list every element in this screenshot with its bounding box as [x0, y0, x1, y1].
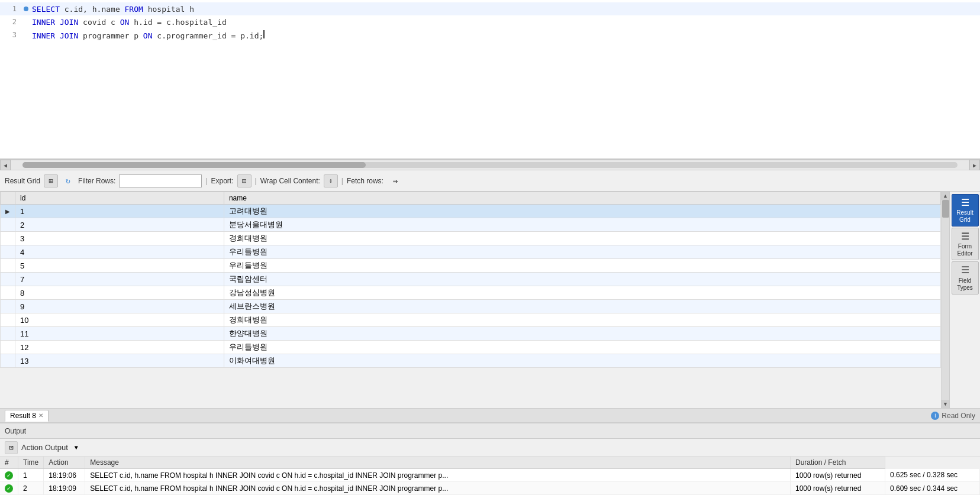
result-tab-8[interactable]: Result 8 ✕ — [5, 410, 49, 422]
row-arrow — [1, 327, 15, 341]
editor-line-1[interactable]: 1 SELECT c.id, h.name FROM hospital h — [0, 2, 980, 15]
filter-input[interactable] — [119, 174, 202, 187]
field-types-btn-label: FieldTypes — [957, 277, 973, 292]
editor-line-3[interactable]: 3 INNER JOIN programmer p ON c.programme… — [0, 28, 980, 41]
grid-body: id name ▶1고려대병원2분당서울대병원3경희대병원4우리들병원5우리들병… — [0, 192, 980, 408]
form-editor-btn-label: FormEditor — [957, 243, 972, 257]
form-editor-btn-icon: ☰ — [961, 231, 969, 242]
col-arrow — [1, 192, 15, 205]
row-arrow — [1, 300, 15, 313]
cell-id: 9 — [15, 300, 224, 313]
field-types-btn[interactable]: ☰ FieldTypes — [952, 261, 979, 294]
grid-section: Result Grid ⊞ ↻ Filter Rows: | Export: ⊡… — [0, 170, 980, 422]
cell-name: 우리들병원 — [224, 341, 940, 354]
cell-name: 세브란스병원 — [224, 300, 940, 313]
result-grid-btn-icon: ☰ — [961, 197, 969, 208]
action-icon-btn[interactable]: ⊡ — [5, 441, 18, 454]
table-hospital: hospital h — [148, 5, 194, 14]
row-arrow — [1, 218, 15, 232]
cell-name: 고려대병원 — [224, 205, 940, 218]
output-cell-action: SELECT c.id, h.name FROM hospital h INNE… — [85, 469, 791, 482]
table-row[interactable]: 11한양대병원 — [1, 327, 941, 341]
line-dot-1 — [24, 7, 28, 11]
vertical-scrollbar[interactable]: ▲ ▼ — [941, 192, 949, 408]
table-row[interactable]: 13이화여대병원 — [1, 354, 941, 368]
output-cell-message: 1000 row(s) returned — [791, 482, 885, 495]
scroll-down-arrow[interactable]: ▼ — [942, 400, 950, 408]
result-tab-bar: Result 8 ✕ i Read Only — [0, 408, 980, 422]
output-cell-num: 1 — [18, 469, 44, 482]
col-id[interactable]: id — [15, 192, 224, 205]
result-tab-label: Result 8 — [10, 412, 36, 420]
scroll-track[interactable] — [22, 162, 958, 168]
horizontal-scrollbar[interactable]: ◀ ▶ — [0, 160, 980, 170]
keyword-inner-join-1: INNER JOIN — [32, 18, 83, 27]
cell-id: 7 — [15, 273, 224, 286]
editor-line-2[interactable]: 2 INNER JOIN covid c ON h.id = c.hospita… — [0, 15, 980, 28]
cell-name: 경희대병원 — [224, 313, 940, 327]
filter-rows-label: Filter Rows: — [78, 177, 115, 185]
table-row[interactable]: 12우리들병원 — [1, 341, 941, 354]
v-scroll-track[interactable] — [942, 200, 949, 400]
scroll-left-arrow[interactable]: ◀ — [0, 160, 11, 170]
table-row[interactable]: 7국립암센터 — [1, 273, 941, 286]
fetch-rows-icon[interactable]: ⇒ — [387, 175, 404, 187]
cell-id: 4 — [15, 245, 224, 259]
read-only-label: Read Only — [942, 412, 975, 420]
table-row[interactable]: 5우리들병원 — [1, 259, 941, 273]
scroll-up-arrow[interactable]: ▲ — [942, 192, 950, 200]
output-cell-status: ✓ — [0, 482, 18, 495]
cell-id: 12 — [15, 341, 224, 354]
row-arrow: ▶ — [1, 205, 15, 218]
export-icon[interactable]: ⊡ — [237, 174, 252, 187]
editor-area: 1 SELECT c.id, h.name FROM hospital h 2 … — [0, 0, 980, 160]
output-col-action: Action — [44, 457, 85, 469]
form-editor-btn[interactable]: ☰ FormEditor — [952, 228, 979, 260]
scroll-right-arrow[interactable]: ▶ — [969, 160, 980, 170]
cell-name: 경희대병원 — [224, 232, 940, 245]
table-row[interactable]: 4우리들병원 — [1, 245, 941, 259]
cell-name: 한양대병원 — [224, 327, 940, 341]
table-row[interactable]: ▶1고려대병원 — [1, 205, 941, 218]
cell-id: 11 — [15, 327, 224, 341]
table-row[interactable]: 2분당서울대병원 — [1, 218, 941, 232]
code-text: c.id, h.name — [65, 5, 125, 14]
grid-view-icon[interactable]: ⊞ — [44, 174, 58, 187]
col-name[interactable]: name — [224, 192, 940, 205]
v-scroll-thumb[interactable] — [942, 200, 949, 218]
row-arrow — [1, 354, 15, 368]
dropdown-btn[interactable]: ▼ — [72, 443, 81, 452]
read-only-badge: i Read Only — [931, 412, 975, 420]
wrap-icon[interactable]: ↕ — [324, 174, 338, 187]
cell-name: 이화여대병원 — [224, 354, 940, 368]
cell-name: 강남성심병원 — [224, 286, 940, 300]
cell-name: 우리들병원 — [224, 245, 940, 259]
table-row[interactable]: 10경희대병원 — [1, 313, 941, 327]
table-row[interactable]: 3경희대병원 — [1, 232, 941, 245]
main-container: 1 SELECT c.id, h.name FROM hospital h 2 … — [0, 0, 980, 495]
line-number-1: 1 — [5, 5, 17, 13]
editor-content[interactable]: 1 SELECT c.id, h.name FROM hospital h 2 … — [0, 0, 980, 44]
refresh-icon[interactable]: ↻ — [62, 174, 75, 187]
cell-id: 2 — [15, 218, 224, 232]
output-cell-status: ✓ — [0, 469, 18, 482]
tab-close-btn[interactable]: ✕ — [38, 412, 43, 419]
table-row[interactable]: 9세브란스병원 — [1, 300, 941, 313]
output-cell-action: SELECT c.id, h.name FROM hospital h INNE… — [85, 482, 791, 495]
result-grid-label: Result Grid — [5, 177, 40, 185]
keyword-inner-join-2: INNER JOIN — [32, 31, 83, 40]
keyword-on-2: ON — [143, 31, 157, 40]
info-icon: i — [931, 412, 939, 420]
line-code-3: INNER JOIN programmer p ON c.programmer_… — [32, 30, 265, 40]
table-row[interactable]: 8강남성심병원 — [1, 286, 941, 300]
result-grid-btn[interactable]: ☰ ResultGrid — [952, 194, 979, 227]
row-arrow — [1, 313, 15, 327]
keyword-from: FROM — [125, 5, 148, 14]
keyword-select: SELECT — [32, 5, 65, 14]
action-output-label: Action Output — [21, 443, 68, 452]
export-separator: | — [205, 177, 207, 185]
output-cell-num: 2 — [18, 482, 44, 495]
fetch-rows-label: Fetch rows: — [347, 177, 383, 185]
output-cell-time: 18:19:09 — [44, 482, 85, 495]
scroll-thumb[interactable] — [22, 162, 366, 168]
